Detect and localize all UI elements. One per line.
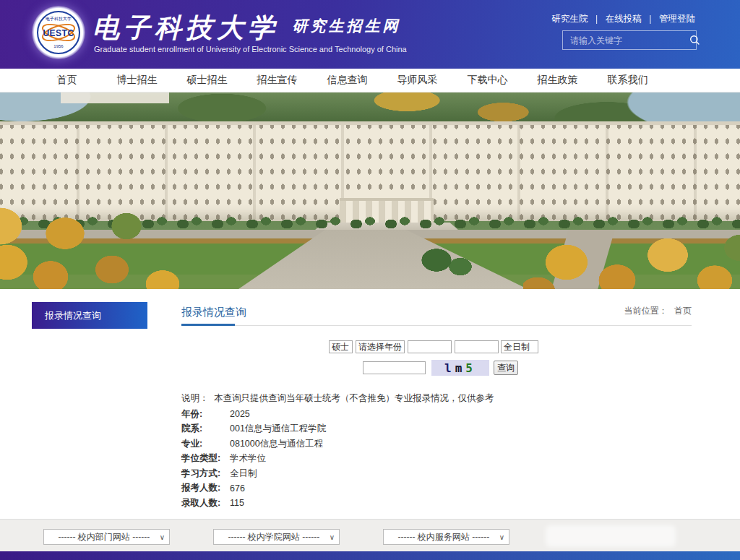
chevron-down-icon: ∨ [160,533,165,541]
banner-ginkgo-trees-left [0,194,195,289]
header-quick-links: 研究生院 | 在线投稿 | 管理登陆 [552,13,695,25]
field-year: 年份: 2025 [181,407,326,422]
main-nav: 首页 博士招生 硕士招生 招生宣传 信息查询 导师风采 下载中心 招生政策 联系… [0,69,740,92]
header-search-box [562,30,697,50]
link-admin-login[interactable]: 管理登陆 [659,14,695,24]
captcha-char: m [455,361,466,375]
page: 电子科技大学 UESTC 1956 电子科技大学 研究生招生网 Graduate… [0,0,740,560]
nav-item-contact-us[interactable]: 联系我们 [593,74,663,87]
field-value: 2025 [230,409,250,419]
captcha-image[interactable]: l m 5 [431,360,489,376]
query-note: 说明： 本查询只提供查询当年硕士统考（不含推免）专业报录情况，仅供参考 [181,392,494,405]
university-name-english: Graduate student enrollment of Universit… [94,45,407,53]
title-divider-accent [181,324,235,326]
search-icon[interactable] [689,31,700,49]
field-value: 001信息与通信工程学院 [230,423,326,435]
captcha-char: 5 [465,361,476,375]
campus-banner-image [0,92,740,289]
nav-item-supervisors[interactable]: 导师风采 [382,74,452,87]
field-value: 081000信息与通信工程 [230,438,323,450]
content-area: 报录情况查询 报录情况查询 当前位置： 首页 硕士 请选择年份 全日制 l m … [0,289,740,519]
field-value: 全日制 [230,468,257,480]
field-value: 学术学位 [230,452,266,465]
degree-type-select[interactable]: 硕士 [329,340,353,353]
chevron-down-icon: ∨ [499,533,504,541]
select-label: ------ 校内服务网站 ------ [388,531,499,543]
breadcrumb-label: 当前位置： [624,306,668,316]
select-label: ------ 校内学院网站 ------ [218,531,330,543]
separator: | [649,14,651,24]
logo-arc-text: 电子科技大学 [38,16,79,22]
field-major: 专业: 081000信息与通信工程 [181,436,326,452]
banner-center-tree [405,241,484,284]
nav-item-information-inquiry[interactable]: 信息查询 [312,74,382,87]
campus-service-sites-select[interactable]: ------ 校内服务网站 ------ ∨ [383,529,509,545]
department-select[interactable] [408,340,452,353]
field-applicants: 报考人数: 676 [181,481,326,496]
nav-item-admissions-publicity[interactable]: 招生宣传 [242,74,312,87]
nav-item-download-center[interactable]: 下载中心 [452,74,522,87]
site-footer: ------ 校内部门网站 ------ ∨ ------ 校内学院网站 ---… [0,519,740,551]
nav-item-phd-admissions[interactable]: 博士招生 [102,74,172,87]
logo-acronym: UESTC [38,28,79,38]
site-brand: 电子科技大学 研究生招生网 [92,10,400,46]
nav-item-admissions-policy[interactable]: 招生政策 [522,74,593,87]
title-divider [181,325,692,326]
breadcrumb: 当前位置： 首页 [624,305,692,317]
result-fields: 年份: 2025 院系: 001信息与通信工程学院 专业: 081000信息与通… [181,407,326,511]
search-input[interactable] [563,35,689,46]
banner-far-building [61,92,169,103]
field-label: 年份: [181,408,230,421]
sidebar-item-admission-query[interactable]: 报录情况查询 [32,302,147,329]
field-label: 学习方式: [181,468,230,480]
blurred-watermark [546,525,676,547]
university-name: 电子科技大学 [92,10,279,46]
study-mode-select[interactable]: 全日制 [501,340,538,353]
field-label: 报考人数: [181,482,230,494]
note-text: 本查询只提供查询当年硕士统考（不含推免）专业报录情况，仅供参考 [214,393,494,403]
field-label: 院系: [181,423,230,435]
uestc-logo-emblem: 电子科技大学 UESTC 1956 [37,11,80,54]
link-online-submission[interactable]: 在线投稿 [606,14,642,24]
field-value: 676 [230,483,245,494]
link-graduate-school[interactable]: 研究生院 [552,14,588,24]
separator: | [595,14,598,24]
field-value: 115 [230,498,244,508]
campus-college-sites-select[interactable]: ------ 校内学院网站 ------ ∨ [213,529,340,545]
field-study-mode: 学习方式: 全日制 [181,466,326,481]
field-degree-type: 学位类型: 学术学位 [181,452,326,467]
field-admitted: 录取人数: 115 [181,496,326,511]
nav-item-masters-admissions[interactable]: 硕士招生 [172,74,242,87]
note-label: 说明： [181,393,209,403]
nav-item-home[interactable]: 首页 [32,74,102,87]
year-select[interactable]: 请选择年份 [356,340,405,353]
bottom-gradient-bar [0,551,740,560]
chevron-down-icon: ∨ [330,533,335,541]
logo-year: 1956 [38,44,79,48]
site-name: 研究生招生网 [292,16,400,36]
banner-ginkgo-trees-right [523,212,740,289]
select-label: ------ 校内部门网站 ------ [48,531,160,543]
breadcrumb-home-link[interactable]: 首页 [674,306,692,316]
captcha-char: l [444,361,455,375]
field-department: 院系: 001信息与通信工程学院 [181,422,326,437]
field-label: 录取人数: [181,497,230,509]
field-label: 学位类型: [181,452,230,465]
uestc-logo[interactable]: 电子科技大学 UESTC 1956 [32,6,85,59]
query-button[interactable]: 查询 [494,361,518,375]
page-title: 报录情况查询 [181,306,246,319]
field-label: 专业: [181,438,230,450]
captcha-input[interactable] [363,361,426,374]
major-select[interactable] [455,340,499,353]
campus-department-sites-select[interactable]: ------ 校内部门网站 ------ ∨ [43,529,170,545]
site-header: 电子科技大学 UESTC 1956 电子科技大学 研究生招生网 Graduate… [0,0,740,69]
